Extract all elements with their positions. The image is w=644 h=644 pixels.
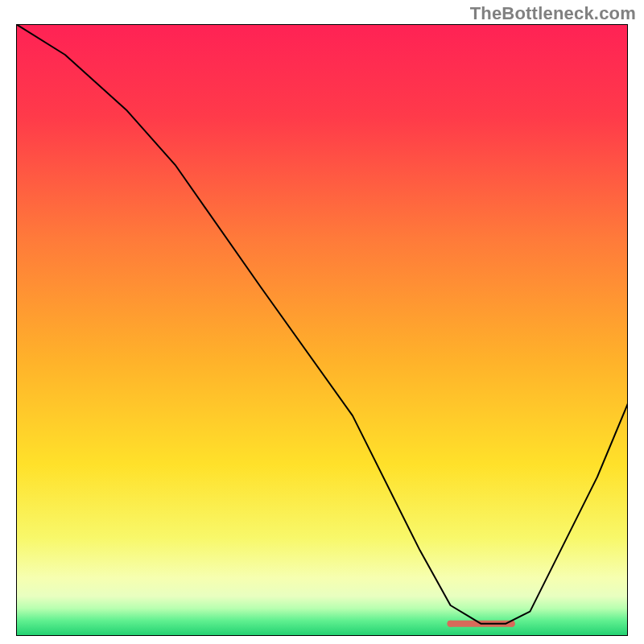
svg-point-1 <box>448 621 454 627</box>
chart-svg <box>16 24 628 636</box>
watermark-text: TheBottleneck.com <box>470 3 636 24</box>
chart-background-gradient <box>16 24 628 636</box>
chart-plot <box>16 24 628 636</box>
chart-page: TheBottleneck.com <box>0 0 644 644</box>
